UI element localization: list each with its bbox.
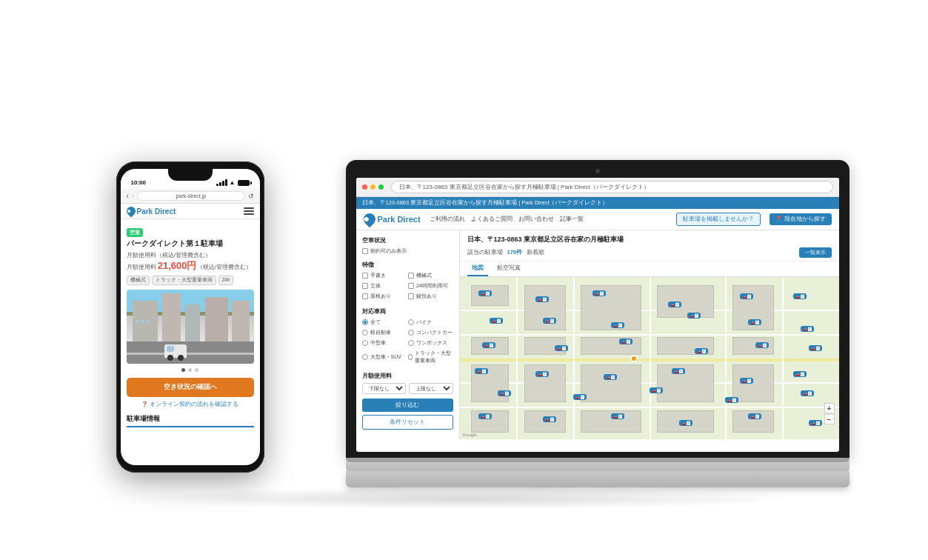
- map-pin[interactable]: 🅿: [475, 368, 488, 374]
- lot-photo: [127, 290, 254, 364]
- map-pin[interactable]: 🅿: [498, 390, 511, 396]
- phone-forward-icon[interactable]: ›: [132, 192, 134, 200]
- fullscreen-window-button[interactable]: [378, 184, 384, 190]
- laptop-base: [346, 458, 849, 471]
- filter-button[interactable]: 絞り込む: [362, 399, 453, 412]
- carousel-dot-1[interactable]: [181, 368, 185, 372]
- nav-link-articles[interactable]: 記事一覧: [560, 216, 584, 223]
- wifi-icon: ▲: [230, 179, 236, 186]
- map-pin[interactable]: 🅿: [687, 313, 701, 319]
- map-pin[interactable]: 🅿: [543, 318, 556, 324]
- vehicle-radio-3[interactable]: [408, 330, 414, 336]
- map-pin[interactable]: 🅿: [801, 326, 814, 332]
- close-window-button[interactable]: [362, 184, 367, 190]
- main-title: 日本、〒123-0863 東京都足立区谷在家の月極駐車場: [467, 235, 832, 244]
- zoom-in-button[interactable]: +: [824, 403, 835, 413]
- phone-back-icon[interactable]: ‹: [127, 192, 129, 200]
- map-pin[interactable]: 🅿: [725, 397, 738, 403]
- map-pin[interactable]: 🅿: [679, 420, 692, 426]
- map-pin[interactable]: 🅿: [748, 413, 761, 419]
- browser-url-bar[interactable]: 日本、〒123-0863 東京都足立区谷在家から探す月極駐車場 | Park D…: [391, 181, 833, 193]
- feature-checkbox-5[interactable]: [408, 293, 414, 299]
- lower-price-select[interactable]: 下限なし: [362, 383, 407, 394]
- feature-checkbox-3[interactable]: [408, 283, 414, 289]
- carousel-dot-2[interactable]: [188, 368, 192, 372]
- features-section: 特徴 手書き 機械式: [362, 261, 453, 301]
- lot-name: パークダイレクト第１駐車場: [127, 239, 254, 249]
- map-controls: + −: [824, 403, 835, 424]
- new-order: 新着順: [527, 249, 544, 256]
- map-pin[interactable]: 🅿: [650, 387, 663, 393]
- map-pin[interactable]: 🅿: [695, 348, 708, 354]
- vacancy-checkbox[interactable]: [362, 248, 368, 254]
- feature-checkbox-2[interactable]: [362, 283, 368, 289]
- map-pin[interactable]: 🅿: [740, 378, 753, 384]
- feature-checkbox-4[interactable]: [362, 293, 368, 299]
- vehicle-radio-2[interactable]: [362, 330, 368, 336]
- phone-url-bar[interactable]: park-direct.jp: [137, 191, 244, 201]
- carousel-dot-3[interactable]: [195, 368, 198, 372]
- map-pin[interactable]: 🅿: [668, 301, 681, 307]
- register-parking-label: 駐車場を掲載しませんか？: [683, 216, 754, 223]
- map-pin[interactable]: 🅿: [611, 413, 624, 419]
- map-pin[interactable]: 🅿: [793, 293, 807, 299]
- minimize-window-button[interactable]: [370, 184, 375, 190]
- map-pin[interactable]: 🅿: [478, 413, 492, 419]
- map-pin[interactable]: 🅿: [490, 318, 503, 324]
- nav-link-faq[interactable]: よくあるご質問: [471, 216, 513, 223]
- map-pin[interactable]: 🅿: [543, 416, 556, 422]
- feature-label-2: 立体: [370, 282, 381, 290]
- feature-row-1: 機械式: [408, 272, 453, 279]
- map-pin[interactable]: 🅿: [592, 290, 606, 296]
- count-value: 179件: [507, 249, 523, 256]
- hamburger-menu-button[interactable]: [244, 207, 254, 215]
- upper-price-select[interactable]: 上限なし: [409, 383, 453, 394]
- map-pin[interactable]: 🅿: [793, 371, 807, 377]
- map-area[interactable]: 🅿 🅿 🅿 🅿 🅿 🅿 🅿 🅿 🅿 🅿: [460, 277, 839, 439]
- laptop-screen: 日本、〒123-0863 東京都足立区谷在家から探す月極駐車場 | Park D…: [356, 178, 839, 452]
- check-availability-button[interactable]: 空き状況の確認へ: [127, 378, 254, 397]
- photo-van: [164, 344, 187, 358]
- feature-row-3: 24時間利用可: [408, 282, 453, 290]
- vehicle-label-2: 軽自動車: [370, 329, 391, 336]
- zoom-out-button[interactable]: −: [824, 414, 835, 424]
- map-pin[interactable]: 🅿: [748, 319, 761, 325]
- map-pin[interactable]: 🅿: [672, 368, 685, 374]
- nav-link-contact[interactable]: お問い合わせ: [518, 216, 554, 223]
- vehicle-radio-7[interactable]: [408, 354, 413, 360]
- map-pin[interactable]: 🅿: [482, 342, 495, 348]
- map-pin[interactable]: 🅿: [611, 322, 624, 328]
- list-view-button[interactable]: 一覧表示: [799, 247, 832, 258]
- map-pin[interactable]: 🅿: [604, 374, 617, 380]
- main-subtitle: 該当の駐車場 179件 新着順 一覧表示: [467, 247, 832, 258]
- phone-status-icons: ▲: [216, 179, 250, 186]
- map-pin[interactable]: 🅿: [619, 339, 632, 344]
- reset-button[interactable]: 条件リセット: [362, 415, 453, 430]
- vehicle-radio-5[interactable]: [408, 340, 414, 346]
- map-pin[interactable]: 🅿: [809, 420, 822, 426]
- vehicle-radio-0[interactable]: [362, 319, 368, 325]
- vehicle-row-1: バイク: [408, 319, 453, 326]
- feature-checkbox-1[interactable]: [408, 273, 414, 279]
- map-pin[interactable]: 🅿: [535, 296, 549, 302]
- map-pin[interactable]: 🅿: [555, 345, 568, 351]
- nav-link-flow[interactable]: ご利用の流れ: [430, 216, 465, 223]
- map-pin[interactable]: 🅿: [755, 342, 769, 348]
- map-pin[interactable]: 🅿: [801, 390, 814, 396]
- vehicle-radio-1[interactable]: [408, 319, 414, 325]
- map-tab-aerial[interactable]: 航空写真: [493, 261, 525, 276]
- register-parking-button[interactable]: 駐車場を掲載しませんか？: [676, 213, 761, 226]
- vacancy-checkbox-row: 契約可のみ表示: [362, 247, 453, 255]
- feature-checkbox-0[interactable]: [362, 273, 368, 279]
- online-contract-link[interactable]: オンライン契約の流れを確認する: [127, 401, 254, 408]
- search-by-location-button[interactable]: 📍 現在地から探す: [770, 213, 831, 225]
- vehicle-radio-6[interactable]: [362, 354, 368, 360]
- map-pin[interactable]: 🅿: [535, 371, 549, 377]
- map-pin[interactable]: 🅿: [809, 345, 822, 351]
- map-pin[interactable]: 🅿: [478, 290, 492, 296]
- map-pin[interactable]: 🅿: [740, 293, 753, 299]
- map-pin[interactable]: 🅿: [573, 394, 587, 400]
- map-tab-map[interactable]: 地図: [467, 261, 488, 276]
- phone-reload-icon[interactable]: ↺: [248, 193, 254, 200]
- vehicle-radio-4[interactable]: [362, 340, 368, 346]
